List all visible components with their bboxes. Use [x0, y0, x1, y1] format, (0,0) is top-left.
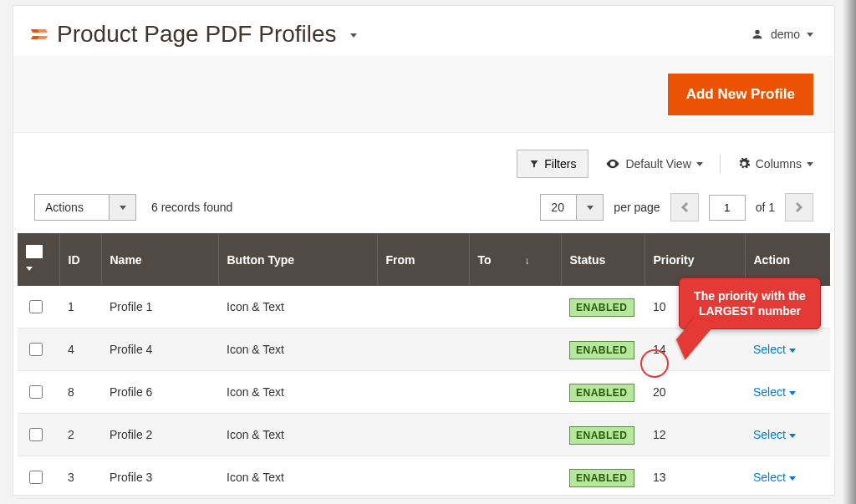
cell-button-type: Icon & Text: [218, 499, 377, 505]
callout-line2: LARGEST number: [691, 303, 808, 318]
cell-to: [469, 371, 561, 414]
page-total-label: of 1: [756, 201, 775, 214]
page-number-input[interactable]: [709, 195, 746, 221]
row-checkbox[interactable]: [29, 343, 43, 356]
col-select-all[interactable]: [18, 233, 59, 286]
cell-name: Profile 3: [101, 456, 218, 499]
cell-to: [469, 456, 561, 499]
avatar-icon: [751, 28, 764, 41]
table-row: 2Profile 2Icon & TextENABLED12Select: [18, 414, 830, 456]
cell-id: 5: [59, 499, 101, 505]
cell-from: [377, 286, 469, 328]
sort-desc-icon: ↓: [525, 255, 530, 267]
account-menu[interactable]: demo: [751, 28, 813, 41]
row-action-select[interactable]: Select: [753, 471, 796, 484]
chevron-down-icon[interactable]: [110, 194, 136, 221]
cell-name: Profile 6: [101, 371, 218, 414]
col-id[interactable]: ID: [59, 233, 101, 286]
screenshot-edge-shadow: [843, 0, 856, 504]
callout-line1: The priority with the: [691, 288, 808, 303]
prev-page-button[interactable]: [670, 193, 699, 221]
cell-id: 2: [59, 414, 101, 456]
row-checkbox[interactable]: [29, 385, 43, 399]
columns-label: Columns: [756, 157, 802, 171]
cell-name: Profile 5: [101, 499, 218, 505]
status-badge: ENABLED: [569, 469, 634, 487]
cell-id: 3: [59, 456, 101, 499]
cell-from: [377, 456, 469, 499]
cell-from: [377, 328, 469, 371]
action-bar: Add New Profile: [13, 56, 834, 133]
page-header: Product Page PDF Profiles demo: [13, 6, 834, 56]
grid-controls: Filters Default View Columns: [13, 133, 834, 186]
chevron-left-icon: [681, 202, 688, 212]
cell-from: [377, 371, 469, 414]
cell-priority: 13: [645, 456, 745, 499]
row-checkbox[interactable]: [29, 428, 43, 441]
cell-from: [377, 499, 469, 505]
chevron-down-icon: [789, 434, 796, 438]
cell-name: Profile 2: [101, 414, 218, 456]
col-status[interactable]: Status: [561, 233, 645, 286]
add-new-profile-button[interactable]: Add New Profile: [668, 74, 813, 115]
chevron-down-icon: [26, 267, 33, 271]
cell-to: [469, 414, 561, 456]
mass-actions-dropdown[interactable]: Actions: [34, 194, 136, 221]
eye-icon: [605, 156, 620, 171]
mass-actions-label: Actions: [34, 194, 110, 221]
table-row: 4Profile 4Icon & TextENABLED14Select: [18, 328, 830, 371]
separator: [720, 154, 721, 174]
filters-button[interactable]: Filters: [517, 150, 588, 178]
status-badge: ENABLED: [569, 426, 634, 445]
cell-id: 8: [59, 371, 101, 414]
status-badge: ENABLED: [569, 384, 634, 402]
col-from[interactable]: From: [377, 233, 469, 286]
paging-bar: Actions 6 records found 20 per page of 1: [13, 186, 834, 233]
filters-label: Filters: [544, 157, 576, 171]
gear-icon: [737, 157, 751, 171]
table-row: 8Profile 6Icon & TextENABLED20Select: [18, 371, 830, 414]
title-dropdown-icon[interactable]: [350, 28, 357, 41]
cell-name: Profile 4: [101, 328, 218, 371]
brand-icon: [32, 26, 47, 43]
row-checkbox[interactable]: [29, 471, 43, 484]
cell-button-type: Icon & Text: [218, 371, 377, 414]
next-page-button[interactable]: [785, 193, 813, 221]
cell-name: Profile 1: [101, 286, 218, 328]
cell-button-type: Icon & Text: [218, 414, 377, 456]
row-action-select[interactable]: Select: [753, 343, 796, 356]
cell-id: 1: [59, 286, 101, 328]
chevron-down-icon: [789, 476, 796, 481]
page-size-value: 20: [540, 194, 577, 221]
chevron-down-icon: [807, 33, 813, 37]
col-name[interactable]: Name: [101, 233, 218, 286]
page-title: Product Page PDF Profiles: [57, 21, 337, 48]
col-to[interactable]: To↓: [469, 233, 561, 286]
default-view-menu[interactable]: Default View: [605, 156, 702, 171]
row-action-select[interactable]: Select: [753, 385, 796, 399]
cell-from: [377, 414, 469, 456]
columns-menu[interactable]: Columns: [737, 157, 813, 171]
chevron-down-icon: [789, 349, 796, 353]
cell-button-type: Icon & Text: [218, 328, 377, 371]
cell-id: 4: [59, 328, 101, 371]
cell-to: [469, 328, 561, 371]
page-size-dropdown[interactable]: 20: [540, 194, 604, 221]
table-row: 5Profile 5Icon & TextENABLED15Select: [18, 499, 830, 505]
default-view-label: Default View: [625, 157, 690, 171]
annotation-circle: [640, 349, 669, 378]
col-button-type[interactable]: Button Type: [218, 233, 377, 286]
cell-priority: 15: [645, 499, 745, 505]
cell-button-type: Icon & Text: [218, 456, 377, 499]
cell-button-type: Icon & Text: [218, 286, 377, 328]
row-checkbox[interactable]: [29, 300, 43, 313]
cell-to: [469, 499, 561, 505]
chevron-down-icon: [789, 391, 796, 395]
chevron-down-icon[interactable]: [577, 194, 604, 221]
records-count: 6 records found: [151, 201, 232, 214]
cell-to: [469, 286, 561, 328]
row-action-select[interactable]: Select: [753, 428, 796, 441]
chevron-down-icon: [807, 162, 813, 166]
per-page-label: per page: [614, 201, 660, 214]
chevron-down-icon: [696, 162, 703, 166]
